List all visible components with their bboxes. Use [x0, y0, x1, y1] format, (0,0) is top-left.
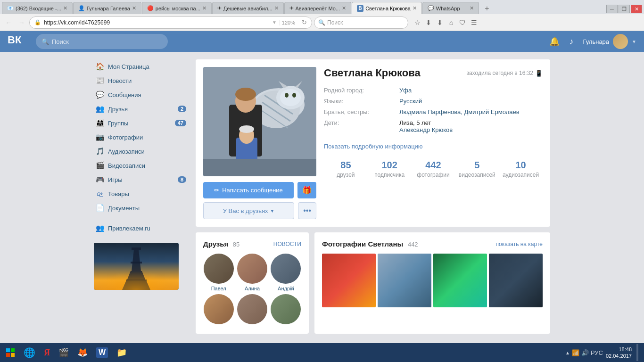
- friends-status-button[interactable]: У Вас в друзьях ▼: [203, 202, 294, 219]
- friends-badge: 2: [178, 106, 186, 112]
- friend-item-4[interactable]: [203, 294, 234, 326]
- friend-item-alina[interactable]: Алина: [237, 254, 267, 291]
- vk-search-bar[interactable]: 🔍 Поиск: [36, 34, 168, 49]
- show-more-link[interactable]: Показать подробную информацию: [324, 143, 423, 150]
- photo-thumb-1[interactable]: [322, 254, 376, 307]
- vk-user-avatar: [613, 34, 628, 49]
- sidebar-item-news[interactable]: 📰 Новости: [94, 74, 188, 88]
- taskbar-yandex[interactable]: Я: [40, 344, 54, 361]
- tab-tab5[interactable]: ✈ Авиаперелёт Мо... ✕: [284, 2, 352, 14]
- tab4-favicon: ✈: [217, 5, 222, 11]
- home-icon[interactable]: ⌂: [446, 17, 456, 28]
- history-icon[interactable]: ⬇: [435, 17, 445, 28]
- taskbar-firefox[interactable]: 🦊: [74, 344, 91, 361]
- url-dropdown-icon[interactable]: ▼: [272, 20, 277, 25]
- sidebar-item-video[interactable]: 🎬 Видеозаписи: [94, 158, 188, 173]
- stat-photos[interactable]: 442 фотографии: [412, 160, 455, 178]
- taskbar-tray: ▲ 📶 🔊 РУС 18:48 02.04.2017: [561, 344, 642, 361]
- games-icon: 🎮: [96, 175, 104, 184]
- friend-item-andriy[interactable]: Андрій: [271, 254, 301, 291]
- friend-item-pavel[interactable]: Павел: [203, 254, 234, 291]
- minimize-button[interactable]: ─: [606, 5, 618, 13]
- bookmark-icon[interactable]: ⬇: [423, 17, 434, 28]
- star-icon[interactable]: ☆: [412, 17, 422, 28]
- signal-icon[interactable]: 📶: [572, 349, 579, 356]
- siblings-value[interactable]: Людмила Парфенова, Дмитрий Ермолаев: [399, 108, 520, 115]
- photo-thumb-3[interactable]: [433, 254, 487, 307]
- photos-block-title[interactable]: Фотографии Светланы: [322, 240, 403, 248]
- search-bar[interactable]: 🔍 Поиск: [314, 16, 408, 29]
- tab-tab7[interactable]: 💬 WhatsApp ✕: [422, 2, 479, 14]
- tab5-close[interactable]: ✕: [342, 5, 346, 11]
- vk-content: 🏠 Моя Страница 📰 Новости 💬 Сообщения 👥 Д…: [86, 52, 558, 341]
- stat-friends[interactable]: 85 друзей: [324, 160, 368, 178]
- photos-grid: [322, 254, 543, 307]
- languages-value[interactable]: Русский: [399, 98, 422, 105]
- sidebar-item-games[interactable]: 🎮 Игры 8: [94, 173, 188, 187]
- sidebar-item-photos[interactable]: 📷 Фотографии: [94, 130, 188, 144]
- new-tab-button[interactable]: +: [481, 3, 493, 14]
- vk-logo[interactable]: ВК: [8, 35, 25, 48]
- siblings-label: Братья, сестры:: [324, 108, 399, 115]
- more-actions-button[interactable]: •••: [298, 202, 316, 219]
- stat-subscribers[interactable]: 102 подписчика: [368, 160, 412, 178]
- tab-tab2[interactable]: 👤 Гульнара Галеева ✕: [73, 2, 141, 14]
- sidebar-item-messages[interactable]: 💬 Сообщения: [94, 88, 188, 102]
- url-bar[interactable]: 🔒 https://vk.com/id47625699 ▼ 120% ↻: [29, 16, 312, 29]
- reload-button[interactable]: ↻: [302, 19, 307, 26]
- back-button[interactable]: ←: [3, 17, 14, 28]
- start-button[interactable]: [2, 344, 19, 361]
- taskbar-ie[interactable]: 🌐: [20, 344, 39, 361]
- menu-icon[interactable]: ☰: [469, 17, 479, 28]
- hometown-value[interactable]: Уфа: [399, 87, 412, 94]
- write-message-button[interactable]: ✏ Написать сообщение: [203, 182, 294, 198]
- tab6-close[interactable]: ✕: [413, 5, 417, 11]
- photo-thumb-4[interactable]: [489, 254, 543, 307]
- tab-tab3[interactable]: 🔴 рейсы москва па... ✕: [142, 2, 212, 14]
- tab-tab4[interactable]: ✈ Дешёвые авиабил... ✕: [212, 2, 284, 14]
- sidebar-item-audio[interactable]: 🎵 Аудиозаписи: [94, 144, 188, 158]
- volume-icon[interactable]: 🔊: [581, 349, 589, 356]
- tab7-close[interactable]: ✕: [470, 5, 474, 11]
- lang-label[interactable]: РУС: [591, 349, 603, 356]
- stat-videos[interactable]: 5 видеозаписей: [455, 160, 499, 178]
- write-message-label: Написать сообщение: [222, 187, 283, 194]
- restore-button[interactable]: ❐: [619, 5, 630, 13]
- tab-tab6[interactable]: В Светлана Крюкова ✕: [352, 2, 422, 14]
- gift-button[interactable]: 🎁: [297, 182, 316, 198]
- taskbar-movie[interactable]: 🎬: [55, 344, 73, 361]
- sidebar-item-friends[interactable]: 👥 Друзья 2: [94, 102, 188, 116]
- friend-avatar-5: [237, 294, 267, 324]
- tab1-close[interactable]: ✕: [63, 5, 67, 11]
- profile-photo-container[interactable]: [203, 67, 316, 176]
- children-link[interactable]: Александр Крюков: [399, 126, 453, 133]
- sidebar-item-privlekaem[interactable]: 👥 Привлекаем.ru: [94, 221, 188, 235]
- notification-icon[interactable]: 🔔: [549, 36, 560, 47]
- profile-photo-section: ✏ Написать сообщение 🎁 У Вас в друзьях ▼…: [203, 67, 316, 219]
- sidebar-item-docs[interactable]: 📄 Документы: [94, 201, 188, 215]
- shield-icon[interactable]: 🛡: [457, 17, 468, 28]
- tab-tab1[interactable]: 📧 (362) Входящие -... ✕: [2, 2, 73, 14]
- arrow-up-icon[interactable]: ▲: [565, 350, 570, 355]
- taskbar-folder[interactable]: 📁: [113, 344, 131, 361]
- friend-item-6[interactable]: [271, 294, 301, 326]
- tab3-close[interactable]: ✕: [202, 5, 206, 11]
- sidebar-cover[interactable]: [94, 243, 179, 290]
- friends-block-title[interactable]: Друзья: [203, 240, 228, 248]
- close-button[interactable]: ✕: [631, 5, 642, 13]
- forward-button[interactable]: →: [16, 17, 27, 28]
- tab4-close[interactable]: ✕: [274, 5, 279, 11]
- vk-user-area[interactable]: Гульнара ▼: [583, 34, 636, 49]
- sidebar-item-groups[interactable]: 👨‍👩‍👧 Группы 47: [94, 116, 188, 130]
- tab2-close[interactable]: ✕: [132, 5, 136, 11]
- music-icon[interactable]: ♪: [569, 37, 573, 47]
- sidebar-item-my-page[interactable]: 🏠 Моя Страница: [94, 59, 188, 74]
- friend-item-5[interactable]: [237, 294, 267, 326]
- photos-map-link[interactable]: показать на карте: [496, 241, 543, 247]
- stat-audio[interactable]: 10 аудиозаписей: [499, 160, 543, 178]
- sidebar-item-goods[interactable]: 🛍 Товары: [94, 187, 188, 201]
- taskbar-word[interactable]: W: [92, 344, 112, 361]
- friends-news-link[interactable]: НОВОСТИ: [273, 241, 301, 247]
- photo-thumb-2[interactable]: [378, 254, 431, 307]
- show-desktop-button[interactable]: [636, 344, 638, 361]
